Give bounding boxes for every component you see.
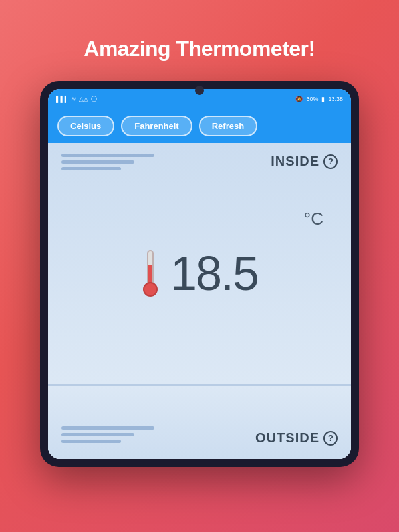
temp-display: °C 18.5 bbox=[61, 176, 338, 370]
inside-section: INSIDE ? °C 18.5 bbox=[48, 143, 351, 384]
refresh-button[interactable]: Refresh bbox=[199, 116, 257, 136]
status-right: 🔕 30% ▮ 13:38 bbox=[295, 96, 343, 102]
bottom-line-2 bbox=[61, 433, 134, 436]
outside-label-row: OUTSIDE ? bbox=[255, 430, 338, 446]
main-content: INSIDE ? °C 18.5 bbox=[48, 143, 351, 459]
status-bar: ▌▌▌ ≋ △△ ⓘ 🔕 30% ▮ 13:38 bbox=[48, 89, 351, 109]
thermo-fill bbox=[148, 265, 152, 283]
outside-label: OUTSIDE bbox=[255, 430, 319, 446]
mute-icon: 🔕 bbox=[295, 96, 303, 102]
app-title: Amazing Thermometer! bbox=[84, 37, 315, 61]
inside-help-icon[interactable]: ? bbox=[323, 154, 338, 169]
inside-label: INSIDE bbox=[271, 154, 319, 169]
battery-icon: ▮ bbox=[321, 96, 325, 102]
unit-label: °C bbox=[304, 209, 323, 229]
outside-section: OUTSIDE ? bbox=[48, 386, 351, 459]
time-display: 13:38 bbox=[328, 96, 343, 102]
nav-bar: Celsius Fahrenheit Refresh bbox=[48, 109, 351, 143]
wifi-icon: ≋ bbox=[71, 96, 76, 102]
outside-help-icon[interactable]: ? bbox=[323, 431, 338, 446]
line-1 bbox=[61, 154, 154, 157]
thermo-tube bbox=[147, 250, 154, 285]
fahrenheit-button[interactable]: Fahrenheit bbox=[121, 116, 192, 136]
bottom-line-1 bbox=[61, 426, 154, 430]
signal-icon: ▌▌▌ bbox=[56, 96, 68, 102]
status-left: ▌▌▌ ≋ △△ ⓘ bbox=[56, 95, 97, 104]
line-3 bbox=[61, 167, 121, 170]
line-2 bbox=[61, 160, 134, 164]
tablet-screen: ▌▌▌ ≋ △△ ⓘ 🔕 30% ▮ 13:38 Celsius Fahrenh… bbox=[48, 89, 351, 459]
bottom-line-3 bbox=[61, 440, 121, 443]
temperature-value: 18.5 bbox=[170, 249, 258, 297]
info-icon: ⓘ bbox=[91, 95, 97, 104]
battery-percent: 30% bbox=[306, 96, 318, 102]
alert-icon: △△ bbox=[79, 96, 88, 102]
celsius-button[interactable]: Celsius bbox=[57, 116, 114, 136]
thermo-bulb bbox=[143, 282, 158, 297]
thermometer-icon bbox=[141, 250, 160, 297]
inside-label-row: INSIDE ? bbox=[271, 154, 338, 169]
tablet-frame: ▌▌▌ ≋ △△ ⓘ 🔕 30% ▮ 13:38 Celsius Fahrenh… bbox=[40, 81, 359, 467]
